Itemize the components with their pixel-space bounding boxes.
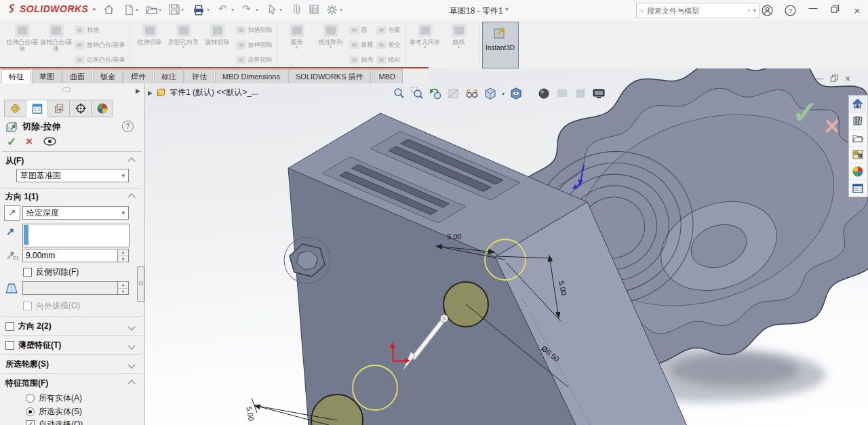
thin-feature-checkbox[interactable]: [5, 341, 14, 350]
pm-cancel-button[interactable]: ×: [26, 135, 33, 148]
ribbon-button-fillet[interactable]: 圆角▾: [280, 22, 314, 49]
search-caret[interactable]: ▾: [753, 7, 756, 14]
flyout-expand-icon[interactable]: ▶: [148, 89, 153, 96]
scope-all-bodies-option[interactable]: 所有实体(A): [26, 392, 82, 404]
hide-show-items-icon[interactable]: [509, 87, 523, 100]
tab-mbd-dimensions[interactable]: MBD Dimensions: [215, 69, 288, 83]
ribbon-button-swept-cut[interactable]: 扫描切除: [236, 24, 273, 36]
section-feature-scope[interactable]: 特征范围(F): [5, 378, 134, 389]
draft-outward-checkbox[interactable]: [23, 302, 32, 310]
menu-expand-icon[interactable]: ▸: [93, 5, 96, 12]
scene-icon[interactable]: [555, 87, 569, 100]
view-settings-icon[interactable]: [465, 87, 479, 100]
draft-button-icon[interactable]: [3, 281, 20, 298]
paperclip-icon[interactable]: [292, 4, 304, 16]
auto-select-checkbox[interactable]: ✓: [26, 420, 35, 425]
section-thin-chevron[interactable]: [127, 342, 135, 349]
ribbon-button-linear-pattern[interactable]: 线性阵列▾: [314, 22, 348, 49]
settings-gear-icon[interactable]: [326, 4, 338, 16]
direction-selection-box[interactable]: [22, 224, 130, 247]
section-direction2-chevron[interactable]: [127, 323, 135, 330]
minimize-button[interactable]: —: [807, 3, 819, 13]
search-input[interactable]: [646, 6, 745, 16]
depth-input[interactable]: [22, 249, 118, 262]
screen-capture-icon[interactable]: [592, 87, 606, 100]
section-selected-contours[interactable]: 所选轮廓(S): [5, 359, 134, 370]
tab-features[interactable]: 特征: [1, 69, 31, 83]
home-icon[interactable]: [103, 4, 115, 16]
ribbon-button-shell[interactable]: 抽壳: [349, 54, 374, 66]
from-combobox-caret[interactable]: ▾: [121, 172, 125, 179]
scope-auto-select-option[interactable]: ✓ 自动选择(O): [26, 419, 83, 425]
ribbon-button-rib[interactable]: 筋: [349, 24, 374, 36]
ribbon-button-wrap[interactable]: 包覆: [376, 24, 401, 36]
save-icon[interactable]: [169, 4, 181, 16]
select-cursor-icon[interactable]: [267, 4, 279, 16]
ribbon-button-hole-wizard[interactable]: 异型孔向导▾: [167, 22, 201, 49]
confirm-cancel-watermark[interactable]: ×: [825, 112, 840, 141]
view-orientation-icon[interactable]: [574, 87, 587, 100]
section-direction1[interactable]: 方向 1(1): [5, 191, 134, 203]
ribbon-button-lofted-cut[interactable]: 放样切除: [236, 39, 273, 51]
draft-spin-buttons[interactable]: ▴▾: [118, 281, 129, 295]
feature-tree-flyout[interactable]: ▶ 零件1 (默认) <<默认>_...: [148, 87, 258, 98]
section-from-chevron[interactable]: [127, 157, 135, 165]
task-pane-custom-properties-tab[interactable]: [849, 180, 866, 197]
ribbon-button-mirror[interactable]: 镜向: [376, 54, 401, 66]
open-file-caret[interactable]: ▾: [159, 7, 161, 13]
ribbon-button-boundary-cut[interactable]: 边界切除: [236, 54, 273, 66]
print-icon[interactable]: [193, 4, 205, 16]
selected-bodies-radio[interactable]: [26, 407, 35, 416]
depth-spin-buttons[interactable]: ▴▾: [118, 249, 129, 262]
dimension-bottom-text[interactable]: 5.00: [245, 406, 256, 422]
redo-caret[interactable]: ▾: [256, 7, 258, 13]
account-icon[interactable]: [761, 5, 773, 18]
select-caret[interactable]: ▾: [279, 7, 282, 13]
doc-dock-left-button[interactable]: ◂: [781, 75, 791, 83]
end-condition-caret[interactable]: ▾: [121, 209, 125, 216]
tab-sketch[interactable]: 草图: [32, 69, 62, 83]
redo-icon[interactable]: ↷: [242, 3, 254, 15]
section-view-icon[interactable]: [447, 87, 460, 100]
document-name[interactable]: 零件1 (默认) <<默认>_...: [170, 87, 258, 98]
settings-caret[interactable]: ▾: [340, 7, 342, 13]
previous-view-icon[interactable]: [429, 87, 442, 100]
panel-grip[interactable]: [62, 87, 71, 92]
ribbon-button-reference-geometry[interactable]: 参考几何体▾: [408, 22, 442, 49]
confirm-ok-watermark[interactable]: ✓: [792, 94, 818, 131]
undo-icon[interactable]: ↶: [218, 3, 231, 15]
section-scope-chevron[interactable]: [127, 380, 135, 387]
ribbon-button-intersect[interactable]: 相交: [376, 39, 401, 51]
tab-solidworks-addins[interactable]: SOLIDWORKS 插件: [288, 69, 371, 83]
restore-button[interactable]: [829, 5, 841, 15]
search-box[interactable]: ▾: [636, 3, 760, 18]
help-icon[interactable]: ?: [784, 5, 796, 18]
tab-displaymanager[interactable]: [91, 100, 113, 117]
panel-flyout-icon[interactable]: ▶: [136, 87, 140, 94]
open-file-icon[interactable]: [146, 4, 158, 16]
edit-appearance-icon[interactable]: [537, 87, 551, 100]
task-pane-appearances-tab[interactable]: [849, 163, 866, 180]
flip-side-checkbox[interactable]: [23, 268, 32, 277]
linear-pattern-caret[interactable]: ▾: [330, 45, 332, 49]
curves-caret[interactable]: ▾: [458, 45, 460, 49]
section-contours-chevron[interactable]: [127, 361, 135, 368]
ribbon-button-lofted-boss[interactable]: 放样凸台/基体: [75, 39, 125, 51]
graphics-area[interactable]: 5.00 5.00 Ø6.50 5.00: [144, 68, 868, 425]
scope-selected-bodies-option[interactable]: 所选实体(S): [26, 406, 82, 418]
tab-evaluate[interactable]: 评估: [184, 69, 214, 83]
hole-wizard-caret[interactable]: ▾: [182, 45, 185, 49]
search-icon[interactable]: [747, 6, 751, 15]
ribbon-button-curves[interactable]: 曲线▾: [442, 22, 476, 49]
close-button[interactable]: ×: [851, 5, 863, 16]
display-style-caret[interactable]: ▾: [502, 91, 505, 97]
fillet-caret[interactable]: ▾: [296, 45, 298, 49]
task-pane-file-explorer-tab[interactable]: [849, 129, 866, 146]
new-file-caret[interactable]: ▾: [136, 7, 138, 13]
draft-angle-input[interactable]: [22, 281, 118, 295]
reference-geometry-caret[interactable]: ▾: [424, 45, 427, 49]
task-pane-home-tab[interactable]: [849, 96, 866, 113]
section-thin-feature[interactable]: 薄壁特征(T): [5, 340, 134, 351]
doc-dock-right-button[interactable]: ▸: [798, 75, 808, 83]
doc-close-button[interactable]: ×: [845, 75, 850, 83]
